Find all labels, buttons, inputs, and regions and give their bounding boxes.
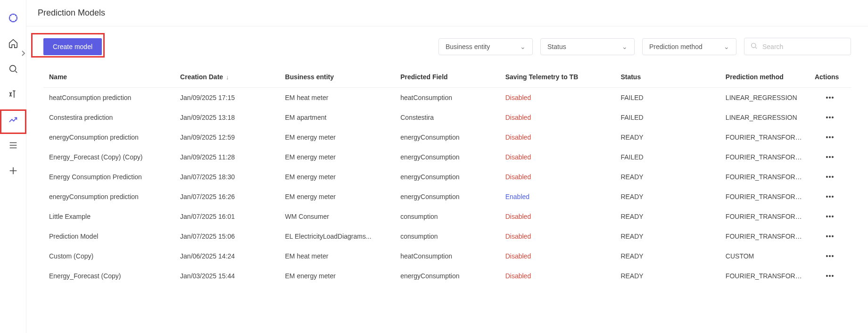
cell-status: READY [615, 187, 719, 207]
row-actions-button[interactable]: ••• [809, 207, 851, 226]
col-header-status[interactable]: Status [615, 67, 719, 88]
page-header: Prediction Models [26, 0, 868, 26]
col-header-entity[interactable]: Business entity [280, 67, 395, 88]
filter-status-label: Status [547, 43, 566, 50]
table-row[interactable]: energyConsumption predictionJan/09/2025 … [43, 127, 851, 147]
cell-field: energyConsumption [395, 187, 499, 207]
table-row[interactable]: Prediction ModelJan/07/2025 15:06EL Elec… [43, 226, 851, 246]
cell-method: CUSTOM [720, 246, 809, 266]
table-row[interactable]: heatConsumption predictionJan/09/2025 17… [43, 88, 851, 108]
cell-field: energyConsumption [395, 127, 499, 147]
cell-name: heatConsumption prediction [43, 88, 174, 108]
cell-saving: Disabled [500, 207, 615, 226]
cell-status: READY [615, 207, 719, 226]
cell-entity: EM heat meter [280, 246, 395, 266]
cell-method: FOURIER_TRANSFORM... [720, 187, 809, 207]
cell-field: energyConsumption [395, 266, 499, 286]
sidebar [0, 0, 26, 333]
filter-method-label: Prediction method [649, 43, 703, 50]
cell-name: energyConsumption prediction [43, 187, 174, 207]
cell-status: READY [615, 246, 719, 266]
cell-status: READY [615, 266, 719, 286]
col-header-field[interactable]: Predicted Field [395, 67, 499, 88]
cell-method: LINEAR_REGRESSION [720, 88, 809, 108]
cell-saving: Disabled [500, 108, 615, 127]
cell-date: Jan/09/2025 11:28 [174, 147, 279, 167]
home-icon[interactable] [5, 35, 22, 52]
row-actions-button[interactable]: ••• [809, 246, 851, 266]
cell-field: energyConsumption [395, 147, 499, 167]
table-row[interactable]: Custom (Copy)Jan/06/2025 14:24EM heat me… [43, 246, 851, 266]
cell-method: LINEAR_REGRESSION [720, 108, 809, 127]
svg-point-2 [752, 43, 756, 48]
row-actions-button[interactable]: ••• [809, 167, 851, 187]
cell-entity: EM heat meter [280, 88, 395, 108]
col-header-name[interactable]: Name [43, 67, 174, 88]
cell-entity: EM apartment [280, 108, 395, 127]
row-actions-button[interactable]: ••• [809, 108, 851, 127]
cell-method: FOURIER_TRANSFORM... [720, 147, 809, 167]
table-row[interactable]: Energy Consumption PredictionJan/07/2025… [43, 167, 851, 187]
trend-icon[interactable] [5, 111, 22, 128]
toolbar: Create model Business entity ⌄ Status ⌄ … [43, 38, 851, 55]
search-icon [750, 42, 758, 51]
cell-name: Energy Consumption Prediction [43, 167, 174, 187]
row-actions-button[interactable]: ••• [809, 187, 851, 207]
search-box[interactable] [744, 38, 851, 55]
table-row[interactable]: energyConsumption predictionJan/07/2025 … [43, 187, 851, 207]
col-header-saving[interactable]: Saving Telemetry to TB [500, 67, 615, 88]
cell-field: consumption [395, 226, 499, 246]
cell-status: READY [615, 167, 719, 187]
logo-icon[interactable] [5, 9, 22, 26]
cell-date: Jan/07/2025 18:30 [174, 167, 279, 187]
sidebar-expand-icon[interactable] [21, 50, 25, 58]
add-icon[interactable] [5, 162, 22, 179]
cell-entity: EM energy meter [280, 266, 395, 286]
col-header-actions: Actions [809, 67, 851, 88]
search-input[interactable] [762, 43, 845, 50]
cell-method: FOURIER_TRANSFORM... [720, 207, 809, 226]
cell-method: FOURIER_TRANSFORM... [720, 266, 809, 286]
cell-entity: EM energy meter [280, 147, 395, 167]
table-row[interactable]: Constestira predictionJan/09/2025 13:18E… [43, 108, 851, 127]
sort-desc-icon: ↓ [226, 74, 229, 81]
cell-saving: Disabled [500, 246, 615, 266]
cell-entity: EM energy meter [280, 167, 395, 187]
table-row[interactable]: Little ExampleJan/07/2025 16:01WM Consum… [43, 207, 851, 226]
cell-saving: Disabled [500, 167, 615, 187]
cell-date: Jan/09/2025 12:59 [174, 127, 279, 147]
row-actions-button[interactable]: ••• [809, 88, 851, 108]
cell-saving: Enabled [500, 187, 615, 207]
row-actions-button[interactable]: ••• [809, 147, 851, 167]
cell-date: Jan/07/2025 16:01 [174, 207, 279, 226]
formula-icon[interactable] [5, 86, 22, 103]
svg-point-0 [9, 14, 17, 22]
row-actions-button[interactable]: ••• [809, 226, 851, 246]
table-row[interactable]: Energy_Forecast (Copy)Jan/03/2025 15:44E… [43, 266, 851, 286]
row-actions-button[interactable]: ••• [809, 266, 851, 286]
cell-name: Constestira prediction [43, 108, 174, 127]
filter-status[interactable]: Status ⌄ [540, 38, 635, 55]
create-model-button[interactable]: Create model [43, 38, 102, 55]
cell-method: FOURIER_TRANSFORM... [720, 226, 809, 246]
cell-field: heatConsumption [395, 88, 499, 108]
svg-point-1 [9, 66, 16, 72]
col-header-date[interactable]: Creation Date↓ [174, 67, 279, 88]
cell-date: Jan/09/2025 17:15 [174, 88, 279, 108]
menu-icon[interactable] [5, 137, 22, 154]
cell-field: heatConsumption [395, 246, 499, 266]
search-nav-icon[interactable] [5, 60, 22, 77]
row-actions-button[interactable]: ••• [809, 127, 851, 147]
cell-entity: EM energy meter [280, 187, 395, 207]
cell-name: Prediction Model [43, 226, 174, 246]
table-row[interactable]: Energy_Forecast (Copy) (Copy)Jan/09/2025… [43, 147, 851, 167]
cell-date: Jan/07/2025 16:26 [174, 187, 279, 207]
cell-field: Constestira [395, 108, 499, 127]
filter-prediction-method[interactable]: Prediction method ⌄ [642, 38, 736, 55]
page-title: Prediction Models [38, 8, 105, 18]
cell-status: READY [615, 226, 719, 246]
cell-name: Energy_Forecast (Copy) (Copy) [43, 147, 174, 167]
col-header-method[interactable]: Prediction method [720, 67, 809, 88]
cell-method: FOURIER_TRANSFORM... [720, 167, 809, 187]
filter-business-entity[interactable]: Business entity ⌄ [438, 38, 533, 55]
